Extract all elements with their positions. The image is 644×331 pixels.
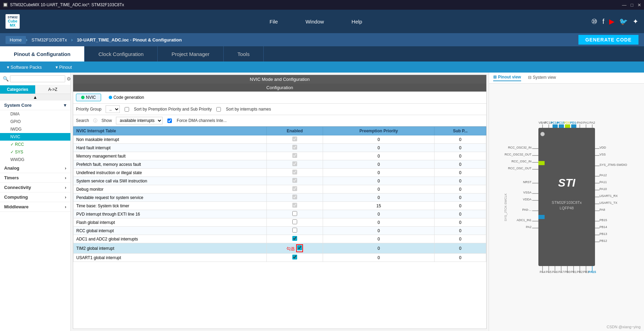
nvic-enabled-checkbox[interactable]	[297, 245, 302, 250]
logo-stm: STM32	[8, 16, 18, 19]
search-row: Search ⓘ Show available interrupts Force…	[73, 115, 486, 126]
svg-rect-87	[553, 124, 558, 128]
nvic-enabled-checkbox	[292, 170, 297, 174]
tab-project-label: Project Manager	[172, 51, 209, 57]
nvic-enabled-checkbox[interactable]	[292, 219, 297, 224]
nvic-subtab-nvic[interactable]: NVIC	[76, 94, 101, 101]
nvic-enabled-checkbox[interactable]	[292, 211, 297, 216]
nvic-enabled-checkbox[interactable]	[292, 255, 297, 259]
system-view-icon: ⊟	[528, 75, 531, 80]
tab-project[interactable]: Project Manager	[158, 46, 224, 62]
subtab-software-packs[interactable]: ▾ Software Packs	[7, 65, 42, 70]
sidebar-item-rcc[interactable]: ✓ RCC	[0, 141, 70, 148]
breadcrumb-home[interactable]: Home	[6, 36, 26, 44]
sidebar-tab-categories-label: Categories	[7, 87, 28, 92]
tab-tools[interactable]: Tools	[224, 46, 264, 62]
search-info-icon: ⓘ	[93, 118, 97, 124]
nvic-enabled-checkbox	[292, 153, 297, 158]
nvic-enabled-checkbox	[292, 145, 297, 150]
nvic-enabled-checkbox[interactable]	[292, 236, 297, 241]
timers-label: Timers	[4, 175, 19, 180]
nvic-enabled-checkbox	[292, 178, 297, 183]
svg-text:USART1_TX: USART1_TX	[599, 201, 617, 205]
breadcrumb-chip[interactable]: STM32F103C8Tx	[27, 36, 71, 44]
sidebar-item-iwdg[interactable]: IWDG	[0, 125, 70, 133]
youtube-icon[interactable]: ▶	[609, 17, 614, 26]
sidebar-tab-atoz[interactable]: A->Z	[35, 85, 70, 94]
menu-help[interactable]: Help	[352, 19, 362, 25]
breadcrumb: Home › STM32F103C8Tx › 10-UART_TIME_ADC.…	[0, 33, 644, 46]
sidebar-category-analog[interactable]: Analog ›	[0, 163, 70, 173]
view-tab-pinout[interactable]: ⊞ Pinout view	[493, 75, 521, 81]
nvic-enabled-checkbox[interactable]	[292, 228, 297, 233]
table-row: RCC global interrupt	[74, 227, 267, 235]
sidebar-settings-icon[interactable]: ⚙	[67, 76, 71, 82]
titlebar-icon: 🔲	[3, 2, 8, 7]
svg-text:PA1: PA1	[583, 121, 588, 124]
svg-text:PA10: PA10	[599, 187, 607, 191]
preemption-priority-cell: 0	[323, 254, 435, 262]
priority-group-select[interactable]: ..	[106, 105, 120, 113]
menubar: STM32 Cube MX File Window Help ⑩ f ▶ 🐦 ✦	[0, 10, 644, 33]
svg-text:PA2: PA2	[589, 121, 595, 124]
sidebar-category-timers[interactable]: Timers ›	[0, 173, 70, 183]
twitter-icon[interactable]: 🐦	[619, 17, 628, 26]
sub-priority-cell: 0	[435, 210, 486, 218]
show-select[interactable]: available interrupts	[116, 117, 163, 124]
facebook-icon[interactable]: f	[602, 18, 604, 26]
sub-priority-cell: 0	[435, 243, 486, 254]
sidebar-category-connectivity[interactable]: Connectivity ›	[0, 183, 70, 192]
nvic-enabled-checkbox	[292, 195, 297, 199]
sidebar-item-nvic[interactable]: NVIC	[0, 133, 70, 141]
view-tab-system[interactable]: ⊟ System view	[528, 75, 556, 81]
sidebar-tab-atoz-label: A->Z	[48, 87, 57, 92]
force-dma-checkbox[interactable]	[167, 119, 172, 123]
sub-priority-cell: 0	[435, 218, 486, 227]
maximize-button[interactable]: □	[631, 2, 633, 8]
svg-text:STI: STI	[558, 177, 576, 189]
pinout-view-label: Pinout view	[498, 75, 521, 79]
nvic-subtab-codegen[interactable]: Code generation	[104, 94, 149, 101]
sidebar-item-dma[interactable]: DMA	[0, 110, 70, 118]
svg-text:PB12: PB12	[599, 239, 607, 243]
svg-text:SYS_JTMS-SWDIO: SYS_JTMS-SWDIO	[599, 163, 627, 167]
sidebar-scroll-up[interactable]: ▲	[0, 94, 70, 101]
analog-label: Analog	[4, 166, 19, 171]
minimize-button[interactable]: —	[622, 2, 626, 8]
middleware-label: Middleware	[4, 204, 29, 209]
menu-file[interactable]: File	[270, 19, 278, 25]
subtab-pinout[interactable]: ▾ Pinout	[56, 65, 72, 70]
titlebar-title: STM32CubeMX 10-UART_TIME_ADC.ioc*: STM32…	[10, 2, 124, 7]
sidebar-search-icon[interactable]: 🔍	[3, 76, 9, 82]
breadcrumb-project[interactable]: 10-UART_TIME_ADC.ioc · Pinout & Configur…	[73, 36, 186, 44]
table-row: Undefined instruction or illegal state	[74, 169, 267, 177]
titlebar-left: 🔲 STM32CubeMX 10-UART_TIME_ADC.ioc*: STM…	[3, 2, 124, 7]
sidebar-search-input[interactable]	[10, 75, 65, 82]
sub-priority-cell: 0	[435, 254, 486, 262]
network-icon[interactable]: ✦	[633, 17, 638, 26]
tab-clock[interactable]: Clock Configuration	[85, 46, 158, 62]
sub-priority-cell: 0	[435, 152, 486, 160]
chip-circle	[540, 132, 545, 136]
zh-label: 勾选	[286, 246, 295, 251]
sort-names-checkbox[interactable]	[216, 107, 221, 112]
nvic-dot-green	[81, 96, 85, 99]
sort-premption-checkbox[interactable]	[125, 107, 129, 112]
sidebar-tab-categories[interactable]: Categories	[0, 85, 35, 94]
sidebar-category-middleware[interactable]: Middleware ›	[0, 202, 70, 212]
sidebar-item-gpio[interactable]: GPIO	[0, 118, 70, 125]
sidebar-category-computing[interactable]: Computing ›	[0, 192, 70, 202]
sidebar-category-system-core[interactable]: System Core ▾	[0, 101, 70, 110]
preemption-priority-cell: 0	[323, 235, 435, 243]
tab-pinout[interactable]: Pinout & Configuration	[0, 46, 85, 62]
table-row: PVD interrupt through EXTI line 16	[74, 210, 267, 218]
sidebar-item-wwdg[interactable]: WWDG	[0, 156, 70, 163]
sub-priority-cell: 0	[435, 177, 486, 185]
svg-text:NRST: NRST	[523, 180, 531, 184]
table-row: Hard fault interrupt	[74, 144, 267, 152]
svg-rect-88	[559, 124, 564, 128]
generate-code-button[interactable]: GENERATE CODE	[578, 35, 638, 45]
close-button[interactable]: ✕	[637, 2, 641, 8]
sidebar-item-sys[interactable]: ✓ SYS	[0, 148, 70, 156]
menu-window[interactable]: Window	[305, 19, 324, 25]
